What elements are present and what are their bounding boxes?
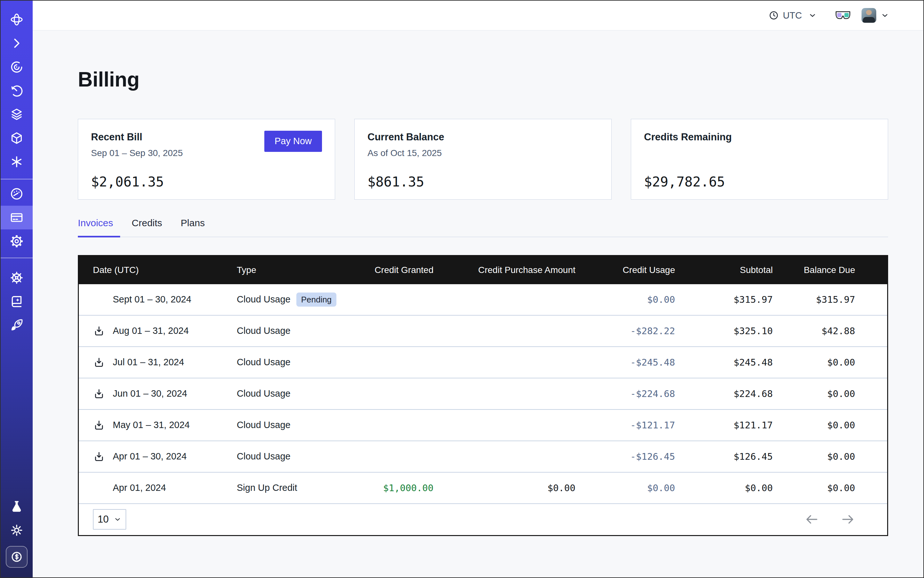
invoice-date: Sept 01 – 30, 2024 <box>113 294 191 305</box>
billing-tabs: Invoices Credits Plans <box>78 218 888 237</box>
gear-icon <box>9 234 24 248</box>
sidebar-divider <box>1 258 32 258</box>
sidebar-item-book-sparkle[interactable] <box>1 290 32 313</box>
3d-glasses-button[interactable] <box>835 10 851 21</box>
3d-glasses-icon <box>835 10 851 21</box>
credit-usage-value: -$121.17 <box>575 420 675 430</box>
type-cell: Sign Up Credit <box>237 482 344 493</box>
sidebar-item-cube[interactable] <box>1 126 32 150</box>
invoice-date: Aug 01 – 31, 2024 <box>113 326 189 336</box>
table-row: Jun 01 – 30, 2024 Cloud Usage -$224.68 $… <box>79 378 887 409</box>
card-amount: $861.35 <box>367 174 599 190</box>
card-title: Credits Remaining <box>644 132 875 143</box>
credit-usage-value: -$282.22 <box>575 326 675 336</box>
download-invoice-button[interactable] <box>93 419 105 431</box>
invoice-type: Cloud Usage <box>237 326 291 336</box>
date-cell: Apr 01 – 30, 2024 <box>93 450 237 463</box>
sun-icon <box>9 523 24 537</box>
sidebar-group-lower <box>1 266 32 337</box>
tab-credits[interactable]: Credits <box>132 218 162 237</box>
sidebar-item-helm[interactable] <box>1 266 32 290</box>
sidebar-item-layers[interactable] <box>1 102 32 126</box>
table-row: Apr 01 – 30, 2024 Cloud Usage -$126.45 $… <box>79 440 887 472</box>
type-cell: Cloud Usage Pending <box>237 292 344 307</box>
invoice-date: May 01 – 31, 2024 <box>113 420 190 430</box>
sidebar-item-gear[interactable] <box>1 229 32 253</box>
table-row: May 01 – 31, 2024 Cloud Usage -$121.17 $… <box>79 409 887 440</box>
chevron-down-icon[interactable] <box>881 11 889 19</box>
column-header-credit-purchase-amount: Credit Purchase Amount <box>434 265 575 275</box>
download-invoice-button[interactable] <box>93 356 105 369</box>
sidebar-item-rocket[interactable] <box>1 313 32 337</box>
helm-icon <box>9 270 24 285</box>
topbar: UTC <box>32 1 923 31</box>
invoice-table-body: Sept 01 – 30, 2024 Cloud Usage Pending $… <box>79 284 887 503</box>
card-subtitle: As of Oct 15, 2025 <box>367 148 599 159</box>
dollar-badge-icon <box>10 550 23 563</box>
date-cell: Apr 01, 2024 <box>93 482 237 494</box>
invoice-type: Cloud Usage <box>237 420 291 430</box>
tab-plans[interactable]: Plans <box>181 218 205 237</box>
rocket-icon <box>9 318 24 333</box>
pill-container <box>6 546 28 568</box>
tab-invoices[interactable]: Invoices <box>78 218 113 237</box>
layers-icon <box>9 107 24 122</box>
subtotal-value: $224.68 <box>675 388 773 399</box>
date-cell: Jul 01 – 31, 2024 <box>93 356 237 369</box>
column-header-date: Date (UTC) <box>93 265 237 275</box>
card-amount: $2,061.35 <box>91 174 322 190</box>
sidebar-item-credit-card[interactable] <box>1 206 32 229</box>
balance-due-value: $0.00 <box>773 451 855 462</box>
timezone-selector[interactable]: UTC <box>769 10 817 21</box>
card-amount: $29,782.65 <box>644 174 875 190</box>
sidebar-item-retry-clock[interactable] <box>1 79 32 102</box>
download-invoice-button[interactable] <box>93 450 105 463</box>
sidebar-item-orbit-logo[interactable] <box>1 8 32 31</box>
sidebar-spacer <box>1 337 32 495</box>
column-header-type: Type <box>237 265 344 275</box>
download-icon <box>93 451 105 462</box>
credit-usage-value: -$245.48 <box>575 357 675 368</box>
date-cell: Jun 01 – 30, 2024 <box>93 388 237 400</box>
type-cell: Cloud Usage <box>237 451 344 462</box>
credit-purchase-value: $0.00 <box>434 482 575 494</box>
avatar[interactable] <box>862 8 876 23</box>
invoice-type: Cloud Usage <box>237 294 291 305</box>
sidebar-group-top <box>1 1 32 174</box>
next-page-button[interactable] <box>840 512 855 527</box>
credit-usage-value: -$224.68 <box>575 388 675 399</box>
retry-clock-icon <box>9 83 24 98</box>
invoice-date: Jun 01 – 30, 2024 <box>113 388 187 399</box>
table-header-row: Date (UTC) Type Credit Granted Credit Pu… <box>79 256 887 284</box>
subtotal-value: $245.48 <box>675 357 773 368</box>
previous-page-button[interactable] <box>804 512 819 527</box>
status-badge: Pending <box>296 292 336 307</box>
page-size-select[interactable]: 10 <box>93 509 126 529</box>
sidebar-item-flask[interactable] <box>1 495 32 518</box>
credit-usage-value: -$126.45 <box>575 451 675 462</box>
balance-due-value: $0.00 <box>773 388 855 399</box>
main-area: UTC Billing Recent Bill Sep 01 – Sep 30,… <box>32 1 923 577</box>
timezone-label: UTC <box>783 10 802 21</box>
sidebar-item-sun[interactable] <box>1 518 32 542</box>
chevron-right-icon <box>9 36 24 50</box>
sidebar <box>1 1 32 577</box>
sidebar-item-gauge[interactable] <box>1 182 32 206</box>
balance-due-value: $315.97 <box>773 294 855 305</box>
balance-due-value: $0.00 <box>773 357 855 368</box>
gauge-icon <box>9 187 24 201</box>
credits-remaining-card: Credits Remaining $29,782.65 <box>631 119 888 200</box>
date-cell: Sept 01 – 30, 2024 <box>93 294 237 306</box>
sidebar-item-asterisk[interactable] <box>1 150 32 174</box>
type-cell: Cloud Usage <box>237 326 344 336</box>
pay-now-button[interactable]: Pay Now <box>264 131 322 152</box>
sidebar-item-dollar-badge[interactable] <box>1 542 32 572</box>
sidebar-item-chevron-right[interactable] <box>1 31 32 55</box>
book-sparkle-icon <box>9 294 24 309</box>
table-row: Apr 01, 2024 Sign Up Credit $1,000.00 $0… <box>79 472 887 503</box>
orbit-logo-icon <box>9 12 24 27</box>
download-invoice-button[interactable] <box>93 388 105 400</box>
sidebar-item-iris[interactable] <box>1 55 32 79</box>
balance-due-value: $42.88 <box>773 326 855 336</box>
download-invoice-button[interactable] <box>93 325 105 337</box>
